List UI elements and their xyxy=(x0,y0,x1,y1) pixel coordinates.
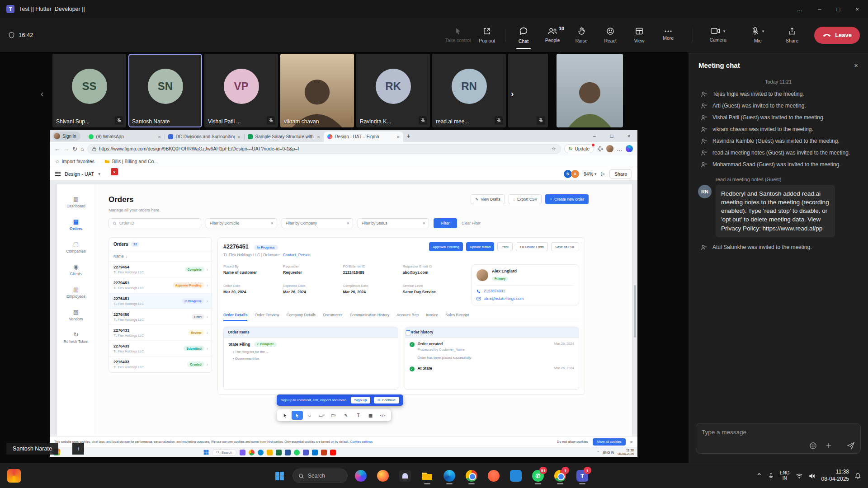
phantom-app-icon[interactable] xyxy=(396,467,414,485)
chat-message-list[interactable]: Today 11:21 Tejas Ingle was invited to t… xyxy=(689,73,868,418)
region-tool-icon[interactable]: ○ xyxy=(304,411,315,420)
zoom-level-dropdown[interactable]: 94%▾ xyxy=(584,171,597,177)
tab-account-rep[interactable]: Account Rep xyxy=(396,313,419,321)
strip-next-icon[interactable]: › xyxy=(506,88,518,99)
tab-order-details[interactable]: Order Details xyxy=(223,313,247,321)
move-tool-icon[interactable] xyxy=(279,411,291,420)
mic-button[interactable]: ▾ Mic xyxy=(739,18,776,52)
file-explorer-icon[interactable] xyxy=(267,450,273,455)
sidebar-item-companies[interactable]: ▢ Companies xyxy=(66,241,86,253)
sidebar-item-refresh-token[interactable]: ↻ Refresh Token xyxy=(64,332,89,344)
send-icon[interactable] xyxy=(847,441,855,450)
sidebar-item-dashboard[interactable]: ▦ Dashboard xyxy=(66,196,85,208)
self-video-tile[interactable] xyxy=(557,54,623,127)
approval-pending-button[interactable]: Approval Pending xyxy=(429,242,463,251)
page-scrollbar-thumb[interactable] xyxy=(634,285,636,338)
sidebar-item-vendors[interactable]: ▧ Vendors xyxy=(69,309,83,321)
whatsapp-icon[interactable] xyxy=(294,450,300,455)
language-indicator[interactable]: ENG IN xyxy=(780,470,790,482)
settings-more-icon[interactable]: … xyxy=(617,145,623,152)
create-new-order-button[interactable]: +Create new order xyxy=(545,194,589,204)
whatsapp-app-icon[interactable]: ✆81 xyxy=(529,467,547,485)
filter-domicile-select[interactable]: Filter by Domicile▾ xyxy=(206,218,277,228)
order-row[interactable]: 2276433TL Flex Holdings LLC Review › xyxy=(109,325,212,341)
present-icon[interactable]: ▷ xyxy=(601,171,605,177)
participant-tile[interactable]: VP Vishal Patil ... xyxy=(204,54,278,127)
share-button[interactable]: Share xyxy=(779,18,805,52)
tab-close-icon[interactable]: × xyxy=(158,134,160,140)
collaborator-avatar[interactable]: A xyxy=(571,170,579,178)
clear-filter-button[interactable]: Clear Filter xyxy=(462,221,481,225)
taskbar-clock[interactable]: 11:38 08-04-2025 xyxy=(821,469,849,483)
strip-previous-icon[interactable]: ‹ xyxy=(36,88,48,99)
contact-person-link[interactable]: Contact_Person xyxy=(283,253,311,257)
browser-avatar[interactable] xyxy=(606,145,613,152)
take-control-button[interactable]: Take control xyxy=(443,18,472,52)
file-explorer-app-icon[interactable] xyxy=(418,467,436,485)
cookie-settings-link[interactable]: Cookies settings xyxy=(350,440,373,443)
mic-dropdown-icon[interactable]: ▾ xyxy=(762,29,764,33)
dev-mode-icon[interactable]: </> xyxy=(377,411,388,420)
contact-phone[interactable]: 2123874901 xyxy=(476,289,574,293)
browser-maximize-button[interactable]: □ xyxy=(603,130,620,142)
edge-app-icon[interactable] xyxy=(440,467,458,485)
doc-title-dropdown-icon[interactable]: ▾ xyxy=(98,172,100,176)
dev-tool-app-icon[interactable] xyxy=(507,467,525,485)
emoji-icon[interactable] xyxy=(809,442,817,450)
order-row[interactable]: 2276433TL Flex Holdings LLC Submitted › xyxy=(109,341,212,357)
camera-dropdown-icon[interactable]: ▾ xyxy=(723,29,726,33)
chat-close-icon[interactable]: × xyxy=(854,61,858,69)
clock[interactable]: 11:38 08-04-2025 xyxy=(618,449,634,456)
titlebar-more-icon[interactable]: … xyxy=(797,6,802,13)
tray-chevron-icon[interactable]: ⌃ xyxy=(597,450,599,454)
bookmark-bills-folder[interactable]: Bills | Billing and Co... xyxy=(104,159,158,164)
sidebar-item-clients[interactable]: ◉ Clients xyxy=(70,264,82,276)
sidebar-item-employees[interactable]: ▥ Employees xyxy=(66,286,85,299)
chrome-icon[interactable] xyxy=(249,450,255,455)
participant-tile[interactable]: RK Ravindra K... xyxy=(356,54,430,127)
chat-compose-box[interactable] xyxy=(696,423,861,454)
chrome-profile-app-icon[interactable]: 1 xyxy=(551,467,569,485)
order-row[interactable]: 2279454TL Flex Holdings LLC Complete › xyxy=(109,262,212,277)
wifi-icon[interactable] xyxy=(796,473,803,479)
close-button[interactable]: × xyxy=(855,6,859,13)
google-continue-button[interactable]: GContinue xyxy=(374,397,399,404)
import-favorites-button[interactable]: ☆ Import favorites xyxy=(55,159,94,164)
tab-close-icon[interactable]: × xyxy=(237,134,240,140)
order-row-selected[interactable]: 2276451TL Flex Holdings LLC In Progress … xyxy=(109,293,212,309)
start-button[interactable] xyxy=(270,467,288,485)
chat-button[interactable]: Chat xyxy=(509,18,538,52)
update-status-button[interactable]: Update status xyxy=(466,242,494,251)
deny-cookies-button[interactable]: Do not allow cookies xyxy=(557,440,588,444)
order-row[interactable]: 2279451TL Flex Holdings LLC Approval Pen… xyxy=(109,277,212,293)
pen-tool-icon[interactable]: ✎ xyxy=(340,411,352,420)
taskbar-search[interactable]: Search xyxy=(292,469,348,483)
tab-order-preview[interactable]: Order Preview xyxy=(255,313,279,321)
forward-icon[interactable]: → xyxy=(63,145,69,152)
address-bar[interactable]: https://www.figma.com/design/9BKQ0FOHRWa… xyxy=(87,144,561,154)
outlook-icon[interactable] xyxy=(312,450,318,455)
order-row[interactable]: 2276450TL Flex Holdings LLC Draft › xyxy=(109,309,212,325)
shape-tool-icon[interactable]: □▾ xyxy=(328,411,340,420)
tab-documents[interactable]: Documents xyxy=(323,313,342,321)
sidebar-item-orders[interactable]: ▤ Orders xyxy=(70,219,82,231)
browser-profile-button[interactable]: Sign in xyxy=(52,131,80,141)
widgets-weather-icon[interactable] xyxy=(7,469,21,483)
view-drafts-button[interactable]: ✎View Drafts xyxy=(471,194,505,204)
browser-tab-salary-sheet[interactable]: Sample Salary Structure with cal... × xyxy=(244,131,324,142)
camera-button[interactable]: ▾ Camera xyxy=(699,18,736,52)
acrobat-icon[interactable] xyxy=(330,450,336,455)
tray-chevron-icon[interactable]: ⌃ xyxy=(756,472,762,480)
home-icon[interactable]: ⌂ xyxy=(80,145,84,152)
firefox-app-icon[interactable] xyxy=(374,467,392,485)
browser-tab-dc-divisions[interactable]: DC Divisions and Surroundings × xyxy=(165,131,244,142)
participant-tile-active-speaker[interactable]: SN Santosh Narate xyxy=(128,54,202,127)
word-icon[interactable] xyxy=(285,450,291,455)
frame-tool-icon[interactable]: ▭▾ xyxy=(316,411,327,420)
tab-close-icon[interactable]: × xyxy=(396,134,399,140)
teams-icon[interactable] xyxy=(303,450,309,455)
brave-app-icon[interactable] xyxy=(485,467,503,485)
figma-share-button[interactable]: Share xyxy=(609,169,632,178)
powerpoint-icon[interactable] xyxy=(321,450,327,455)
text-tool-icon[interactable]: T xyxy=(353,411,364,420)
